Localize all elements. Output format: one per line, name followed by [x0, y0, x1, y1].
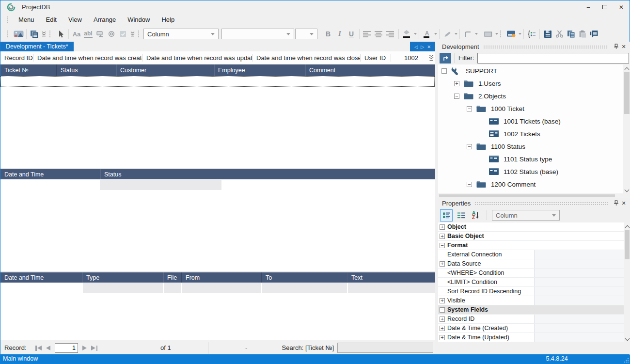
column-header[interactable]: Status [56, 64, 116, 76]
column-header[interactable]: Comment [305, 64, 435, 76]
column-header[interactable]: Type [82, 272, 163, 283]
expander-minus-icon[interactable]: − [467, 106, 472, 111]
properties-column-select[interactable]: Column [492, 210, 560, 221]
toolbar-gripper-2[interactable] [49, 30, 51, 38]
textbox-tool-icon[interactable]: abl [82, 28, 94, 40]
scrollbar-thumb[interactable] [625, 230, 630, 259]
chevron-down-icon[interactable] [495, 33, 498, 35]
tickets-selected-row[interactable] [0, 76, 435, 87]
property-row[interactable]: +Date & Time (Created) [438, 324, 630, 333]
tree-item[interactable]: −1100 Status [438, 140, 630, 153]
next-tab-icon[interactable]: ▷ [421, 44, 424, 49]
property-row[interactable]: +Record ID [438, 315, 630, 324]
property-value[interactable] [534, 287, 630, 296]
align-center-icon[interactable] [373, 28, 385, 40]
pencil-tool-icon[interactable] [441, 28, 453, 40]
copy-icon[interactable] [565, 28, 577, 40]
tree-item[interactable]: −1000 Ticket [438, 102, 630, 115]
tree-item[interactable]: 1101 Status type [438, 153, 630, 165]
history-status-cell[interactable] [100, 180, 221, 190]
property-value[interactable] [534, 250, 630, 259]
tree-item[interactable]: 1002 Tickets [438, 127, 630, 140]
message-cell[interactable] [261, 283, 347, 293]
property-value[interactable] [534, 333, 630, 342]
toolbar-gripper-4[interactable] [500, 30, 502, 38]
align-left-icon[interactable] [362, 28, 373, 40]
toolbar-gripper-3[interactable] [138, 30, 140, 38]
property-row[interactable]: +Data Source [438, 259, 630, 269]
properties-vertical-scrollbar[interactable] [624, 222, 630, 342]
fill-color-icon[interactable] [401, 28, 412, 40]
tree-item[interactable]: 1001 Tickets (base) [438, 115, 630, 127]
property-row[interactable]: +Object [438, 222, 630, 232]
column-header[interactable]: Customer [116, 64, 214, 76]
expander-minus-icon[interactable]: − [440, 243, 445, 248]
expander-minus-icon[interactable]: − [467, 182, 472, 187]
next-record-icon[interactable] [82, 346, 87, 350]
radio-tool-icon[interactable] [106, 28, 117, 40]
menu-item-edit[interactable]: Edit [40, 15, 63, 25]
picture-tool-icon[interactable] [13, 28, 24, 40]
expander-plus-icon[interactable]: + [440, 326, 445, 331]
record-strip-cell[interactable]: 1002 [391, 54, 423, 62]
alphabetical-view-button[interactable] [455, 209, 467, 222]
scroll-down-icon[interactable] [624, 335, 630, 342]
record-strip-cell[interactable]: User ID [361, 54, 391, 62]
expander-plus-icon[interactable]: + [440, 261, 445, 267]
record-strip-cell[interactable]: Date and time when record was updated [142, 54, 252, 62]
scrollbar-thumb[interactable] [624, 72, 630, 114]
chevron-down-icon[interactable] [475, 33, 478, 35]
menu-item-window[interactable]: Window [122, 15, 156, 25]
comment-icon[interactable] [588, 28, 600, 40]
bold-button[interactable]: B [322, 30, 334, 38]
tree-item[interactable]: −1200 Comment [438, 178, 630, 190]
message-cell[interactable] [347, 283, 435, 293]
column-header[interactable]: Employee [214, 64, 305, 76]
expander-plus-icon[interactable]: + [440, 335, 445, 340]
pin-row-chevron-icon[interactable] [429, 54, 434, 61]
checkbox-tool-icon[interactable] [117, 28, 129, 40]
column-header[interactable]: Ticket № [0, 64, 56, 76]
scroll-up-icon[interactable] [624, 222, 630, 230]
message-cell[interactable] [0, 283, 82, 293]
chevron-down-icon[interactable] [455, 33, 457, 35]
expander-minus-icon[interactable]: − [440, 307, 445, 313]
menubar-gripper[interactable] [7, 16, 9, 24]
close-panel-icon[interactable]: ✕ [620, 199, 628, 207]
scroll-up-icon[interactable] [623, 64, 630, 72]
sort-az-button[interactable]: A Z [469, 209, 482, 222]
record-strip-cell[interactable]: Record ID [0, 54, 33, 62]
history-row[interactable] [0, 180, 435, 190]
close-button[interactable]: ✕ [613, 0, 630, 14]
property-row[interactable]: +Date & Time (Updated) [438, 333, 630, 342]
italic-button[interactable]: I [334, 30, 346, 38]
cursor-tool-icon[interactable] [55, 28, 66, 40]
menu-item-menu[interactable]: Menu [13, 15, 40, 25]
pin-icon[interactable] [612, 199, 620, 207]
expander-minus-icon[interactable]: − [454, 94, 459, 99]
chevron-down-icon[interactable] [519, 33, 521, 35]
last-record-icon[interactable] [91, 346, 97, 351]
maximize-button[interactable] [597, 0, 613, 14]
font-size-select[interactable] [295, 29, 317, 39]
property-value[interactable] [534, 278, 630, 286]
property-row[interactable]: <WHERE> Condition [438, 269, 630, 278]
message-cell[interactable] [163, 283, 181, 293]
property-row[interactable]: +Basic Object [438, 232, 630, 241]
property-row[interactable]: −System Fields [438, 305, 630, 315]
tree-item[interactable]: −2.Objects [438, 90, 630, 102]
expander-minus-icon[interactable]: − [467, 144, 472, 149]
property-value[interactable] [534, 296, 630, 305]
column-header[interactable]: To [261, 272, 347, 283]
previous-record-icon[interactable] [46, 346, 50, 350]
chevron-down-icon[interactable] [434, 33, 437, 35]
message-cell[interactable] [181, 283, 261, 293]
column-header[interactable]: From [181, 272, 261, 283]
scroll-down-icon[interactable] [623, 186, 630, 193]
font-tool-icon[interactable]: Aa [71, 28, 82, 40]
tree-item[interactable]: 1102 Status (base) [438, 165, 630, 178]
tree-vertical-scrollbar[interactable] [623, 64, 630, 193]
toolbar-gripper-1[interactable] [7, 30, 9, 38]
label-tool-icon[interactable] [94, 28, 106, 40]
property-row[interactable]: −Format [438, 241, 630, 250]
